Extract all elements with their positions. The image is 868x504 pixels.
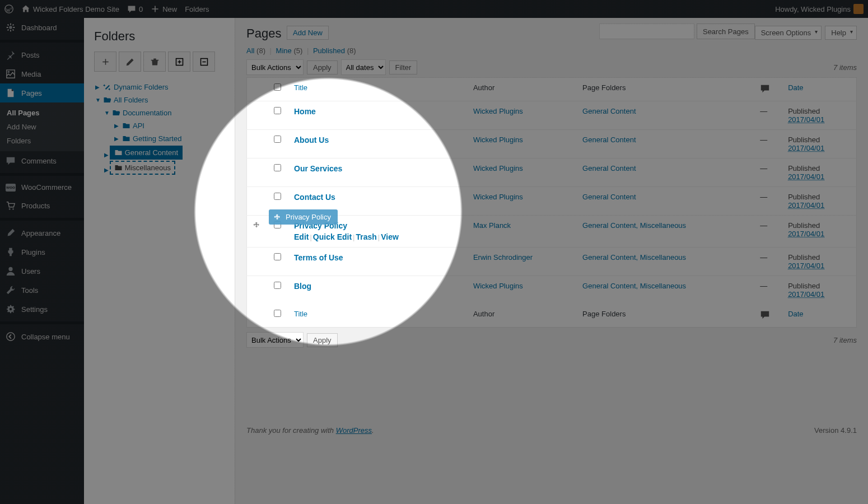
menu-products[interactable]: Products [0,196,84,215]
date-link[interactable]: 2017/04/01 [788,172,824,181]
page-title-link[interactable]: About Us [294,136,329,144]
filter-all[interactable]: All [246,46,254,55]
tree-general-content[interactable]: General Content [110,146,183,160]
menu-plugins[interactable]: Plugins [0,242,84,262]
date-filter-select[interactable]: All dates [341,59,386,75]
col-title-foot[interactable]: Title [294,310,307,318]
author-link[interactable]: Wicked Plugins [473,136,523,144]
comment-icon [760,83,770,94]
author-link[interactable]: Max Planck [473,221,511,230]
select-all-checkbox[interactable] [274,83,281,91]
author-link[interactable]: Wicked Plugins [473,193,523,201]
table-row: BlogWicked PluginsGeneral Content, Misce… [247,276,857,305]
author-link[interactable]: Erwin Schrodinger [473,253,533,262]
col-date-foot[interactable]: Date [788,310,803,318]
expand-all-button[interactable] [168,52,190,72]
menu-comments[interactable]: Comments [0,151,84,170]
tree-miscellaneous-droptarget[interactable]: Miscellaneous [110,161,175,175]
folder-link[interactable]: General Content, Miscellaneous [582,253,686,262]
new-link[interactable]: New [151,4,177,13]
date-link[interactable]: 2017/04/01 [788,290,824,298]
date-link[interactable]: 2017/04/01 [788,144,824,152]
trash-link[interactable]: Trash [356,232,376,241]
folder-link[interactable]: General Content [582,136,636,144]
search-input[interactable] [599,24,694,39]
menu-appearance[interactable]: Appearance [0,223,84,242]
quick-edit-link[interactable]: Quick Edit [313,232,352,241]
menu-woocommerce[interactable]: wooWooCommerce [0,179,84,196]
rename-folder-button[interactable] [119,52,141,72]
date-link[interactable]: 2017/04/01 [788,230,824,238]
tree-dynamic-folders[interactable]: ▶Dynamic Folders [94,81,225,94]
help-button[interactable]: Help [825,26,857,40]
folder-link[interactable]: General Content, Miscellaneous [582,221,686,230]
row-checkbox[interactable] [274,107,281,114]
page-title-link[interactable]: Our Services [294,164,342,173]
folder-icon [114,148,123,157]
folder-link[interactable]: General Content [582,107,636,115]
search-button[interactable]: Search Pages [697,24,755,39]
row-checkbox[interactable] [274,136,281,143]
apply-button[interactable]: Apply [307,60,338,74]
submenu-all-pages[interactable]: All Pages [0,106,84,120]
admin-bar: Wicked Folders Demo Site 0 New Folders H… [0,0,868,18]
author-link[interactable]: Wicked Plugins [473,164,523,172]
filter-mine[interactable]: Mine [276,46,292,55]
row-checkbox[interactable] [274,193,281,200]
folder-pane-title: Folders [94,29,225,44]
tree-api[interactable]: ▶API [94,119,225,132]
col-date[interactable]: Date [788,83,803,92]
menu-users[interactable]: Users [0,262,84,281]
menu-dashboard[interactable]: Dashboard [0,18,84,37]
select-all-checkbox-bottom[interactable] [274,310,281,317]
folder-link[interactable]: General Content [582,164,636,172]
menu-pages[interactable]: Pages [0,83,84,102]
collapse-all-button[interactable] [193,52,215,72]
howdy-link[interactable]: Howdy, Wicked Plugins [775,4,864,14]
folder-link[interactable]: General Content [582,193,636,201]
filter-published[interactable]: Published [313,46,345,55]
edit-link[interactable]: Edit [294,232,309,241]
menu-tools[interactable]: Tools [0,281,84,300]
page-content: Screen Options Help Pages Add New Search… [235,18,868,504]
col-title[interactable]: Title [294,83,307,92]
view-link[interactable]: View [381,232,399,241]
row-checkbox[interactable] [274,253,281,260]
menu-media[interactable]: Media [0,64,84,83]
date-link[interactable]: 2017/04/01 [788,201,824,209]
add-folder-button[interactable] [94,52,116,72]
screen-options-button[interactable]: Screen Options [755,26,822,40]
folders-link[interactable]: Folders [185,5,209,13]
bulk-actions-select-bottom[interactable]: Bulk Actions [246,332,304,348]
date-link[interactable]: 2017/04/01 [788,115,824,124]
author-link[interactable]: Wicked Plugins [473,107,523,115]
row-checkbox[interactable] [274,282,281,289]
page-title-link[interactable]: Home [294,107,316,116]
menu-collapse[interactable]: Collapse menu [0,327,84,346]
menu-settings[interactable]: Settings [0,300,84,319]
folder-link[interactable]: General Content, Miscellaneous [582,282,686,290]
tree-getting-started[interactable]: ▶Getting Started [94,132,225,145]
page-title-link[interactable]: Blog [294,282,311,291]
site-link[interactable]: Wicked Folders Demo Site [21,4,119,13]
page-title-link[interactable]: Contact Us [294,193,335,202]
date-link[interactable]: 2017/04/01 [788,262,824,270]
filter-button[interactable]: Filter [389,60,418,74]
apply-button-bottom[interactable]: Apply [307,333,338,347]
menu-posts[interactable]: Posts [0,45,84,64]
submenu-folders[interactable]: Folders [0,134,84,148]
wp-logo[interactable] [4,4,13,13]
tree-all-folders[interactable]: ▼All Folders [94,94,225,106]
author-link[interactable]: Wicked Plugins [473,282,523,290]
item-count-bottom: 7 items [833,336,857,344]
drag-handle-icon[interactable] [253,221,260,229]
page-title-link[interactable]: Terms of Use [294,253,343,262]
submenu-add-new[interactable]: Add New [0,120,84,134]
bulk-actions-select[interactable]: Bulk Actions [246,59,304,75]
wordpress-link[interactable]: WordPress [336,426,372,435]
tree-documentation[interactable]: ▼Documentation [94,106,225,119]
add-new-button[interactable]: Add New [287,26,329,40]
delete-folder-button[interactable] [143,52,166,72]
comments-link[interactable]: 0 [127,4,143,13]
row-checkbox[interactable] [274,164,281,171]
